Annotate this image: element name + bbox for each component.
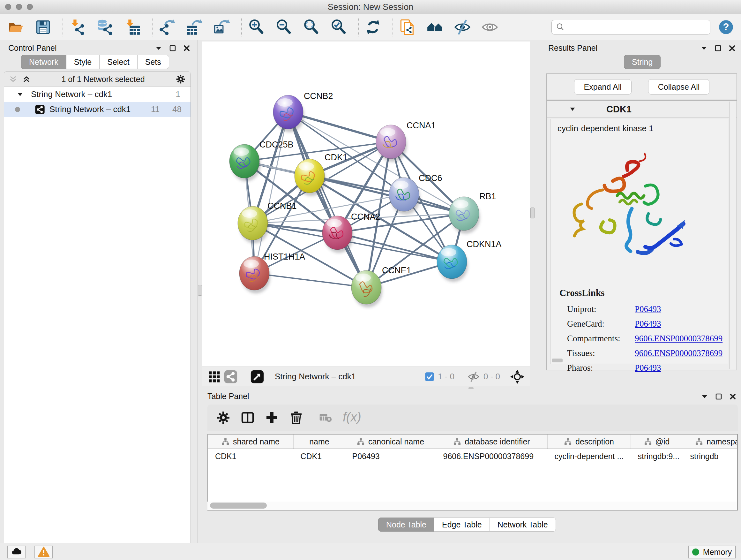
network-node-ccne1[interactable]: CCNE1 [351, 266, 411, 307]
expand-all-networks-icon[interactable] [22, 75, 31, 84]
gene-section-header[interactable]: CDK1 [547, 101, 737, 118]
tab-network-table[interactable]: Network Table [489, 517, 556, 532]
left-splitter-handle[interactable] [198, 285, 202, 296]
table-cell[interactable]: 9606.ENSP00000378699 [436, 449, 548, 463]
search-icon [556, 22, 565, 32]
network-node-ccnb1[interactable]: CCNB1 [238, 201, 297, 243]
network-options-gear-icon[interactable] [175, 74, 186, 84]
tab-edge-table[interactable]: Edge Table [434, 517, 490, 532]
hidden-eye-slash-icon[interactable] [467, 370, 480, 383]
table-cell[interactable]: stringdb:9... [631, 449, 683, 463]
right-splitter-handle[interactable] [530, 207, 535, 219]
tab-select[interactable]: Select [99, 55, 137, 69]
collapse-all-button[interactable]: Collapse All [648, 79, 710, 95]
import-table-file-button[interactable] [124, 18, 141, 36]
collapse-all-networks-icon[interactable] [9, 75, 17, 84]
create-column-plus-icon[interactable] [264, 409, 280, 426]
table-options-gear-icon[interactable] [215, 409, 232, 426]
panel-close-icon[interactable] [728, 44, 736, 52]
zoom-out-button[interactable] [275, 18, 292, 36]
crosslink-link[interactable]: P06493 [635, 319, 661, 329]
save-session-button[interactable] [35, 18, 52, 36]
first-neighbors-button[interactable] [426, 18, 444, 36]
zoom-in-button[interactable] [248, 18, 265, 36]
open-session-button[interactable] [7, 18, 24, 36]
delete-table-icon[interactable] [317, 409, 334, 426]
crosslink-link[interactable]: P06493 [635, 304, 661, 314]
help-button[interactable]: ? [718, 19, 734, 35]
panel-float-icon[interactable] [715, 393, 723, 400]
export-table-button[interactable] [186, 18, 203, 36]
duplicate-network-button[interactable] [399, 18, 416, 36]
export-image-button[interactable] [213, 18, 230, 36]
panel-close-icon[interactable] [183, 44, 191, 52]
panel-float-icon[interactable] [169, 44, 177, 52]
zoom-selected-button[interactable] [330, 18, 347, 36]
panel-close-icon[interactable] [729, 393, 737, 400]
network-node-ccnb2[interactable]: CCNB2 [273, 91, 333, 132]
table-hscroll-thumb[interactable] [210, 503, 267, 509]
network-node-cdkn1a[interactable]: CDKN1A [437, 240, 502, 282]
column-header-database-identifier[interactable]: database identifier [436, 435, 548, 449]
import-network-file-button[interactable] [69, 18, 86, 36]
column-header-description[interactable]: description [548, 435, 631, 449]
network-node-hist1h1a[interactable]: HIST1H1A [239, 252, 305, 294]
results-expand-collapse-bar: Expand All Collapse All [546, 73, 737, 100]
network-edge[interactable] [254, 273, 366, 287]
table-cell[interactable]: stringdb [683, 449, 738, 463]
hide-selected-button[interactable] [454, 18, 471, 36]
tab-network[interactable]: Network [21, 55, 66, 69]
table-row[interactable]: CDK1CDK1P064939606.ENSP00000378699cyclin… [208, 449, 738, 463]
column-header-shared-name[interactable]: shared name [208, 435, 293, 449]
network-view-share-icon[interactable] [224, 370, 238, 384]
table-cell[interactable]: CDK1 [208, 449, 293, 463]
network-view-canvas[interactable]: CCNB2CCNA1CDC25BCDK1CDC6RB1CCNB1CCNA2CDK… [202, 42, 530, 367]
panel-menu-icon[interactable] [700, 44, 708, 52]
column-header-name[interactable]: name [293, 435, 345, 449]
crosslink-link[interactable]: 9606.ENSP00000378699 [635, 348, 723, 358]
network-collection-row[interactable]: String Network – cdk1 1 [4, 87, 191, 102]
show-all-button[interactable] [481, 18, 498, 36]
network-row[interactable]: String Network – cdk1 11 48 [4, 102, 191, 117]
tab-style[interactable]: Style [66, 55, 100, 69]
results-hscroll-thumb[interactable] [552, 359, 562, 362]
show-column-icon[interactable] [239, 409, 256, 426]
tab-string[interactable]: String [624, 55, 661, 69]
table-hscroll-track[interactable] [207, 502, 737, 510]
search-input[interactable] [568, 22, 706, 32]
search-box[interactable] [551, 20, 711, 35]
network-node-cdk1[interactable]: CDK1 [294, 152, 347, 196]
column-header-canonical-name[interactable]: canonical name [345, 435, 436, 449]
panel-float-icon[interactable] [714, 44, 722, 52]
panel-menu-icon[interactable] [155, 44, 162, 52]
delete-column-trash-icon[interactable] [288, 409, 305, 426]
warning-status-button[interactable] [35, 546, 53, 558]
network-node-rb1[interactable]: RB1 [449, 192, 496, 234]
tab-sets[interactable]: Sets [137, 55, 169, 69]
results-vscroll-track[interactable] [729, 102, 736, 369]
network-edge[interactable] [254, 112, 288, 273]
section-expander-icon[interactable] [569, 106, 576, 112]
tab-node-table[interactable]: Node Table [378, 517, 434, 532]
crosslink-link[interactable]: P06493 [635, 363, 661, 373]
table-cell[interactable]: P06493 [345, 449, 436, 463]
crosslink-link[interactable]: 9606.ENSP00000378699 [635, 334, 723, 344]
refresh-view-button[interactable] [364, 18, 382, 36]
detach-view-icon[interactable] [250, 370, 264, 384]
memory-button[interactable]: Memory [688, 546, 736, 558]
column-header-namespace[interactable]: namespace [683, 435, 738, 449]
birdseye-pan-icon[interactable] [510, 370, 524, 384]
table-cell[interactable]: cyclin-dependent ... [548, 449, 631, 463]
network-node-cdc6[interactable]: CDC6 [389, 173, 442, 214]
grid-view-icon[interactable] [208, 370, 220, 383]
cloud-status-button[interactable] [7, 546, 25, 558]
export-network-button[interactable] [158, 18, 176, 36]
selected-checkbox-icon[interactable] [425, 372, 434, 381]
expand-all-button[interactable]: Expand All [574, 79, 631, 95]
zoom-fit-button[interactable] [302, 18, 320, 36]
panel-menu-icon[interactable] [701, 393, 709, 400]
import-network-database-button[interactable] [96, 18, 114, 36]
tree-expander-icon[interactable] [17, 91, 23, 98]
column-header--id[interactable]: @id [631, 435, 683, 449]
table-cell[interactable]: CDK1 [293, 449, 345, 463]
